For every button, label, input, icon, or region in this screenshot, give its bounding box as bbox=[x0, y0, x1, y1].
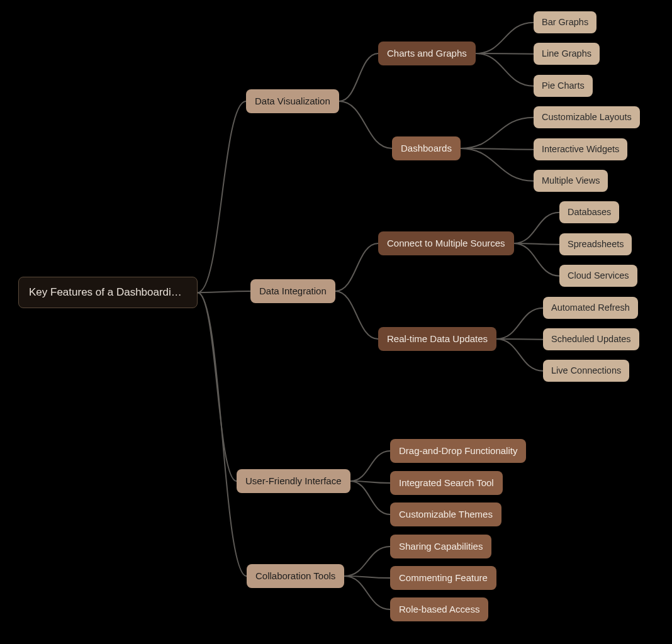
branch-data-integration[interactable]: Data Integration bbox=[250, 279, 335, 303]
leaf-integrated-search[interactable]: Integrated Search Tool bbox=[390, 471, 503, 495]
leaf-pie-charts[interactable]: Pie Charts bbox=[534, 75, 593, 97]
leaf-sharing-capabilities[interactable]: Sharing Capabilities bbox=[390, 535, 491, 558]
mindmap-canvas: Key Features of a Dashboardi… Data Visua… bbox=[0, 0, 672, 644]
branch-connect-sources[interactable]: Connect to Multiple Sources bbox=[378, 231, 514, 255]
node-label: Customizable Themes bbox=[399, 509, 493, 519]
branch-data-visualization[interactable]: Data Visualization bbox=[246, 89, 339, 113]
node-label: User-Friendly Interface bbox=[245, 475, 342, 486]
node-label: Role-based Access bbox=[399, 604, 479, 614]
branch-user-friendly-interface[interactable]: User-Friendly Interface bbox=[237, 469, 350, 493]
node-label: Real-time Data Updates bbox=[387, 333, 488, 344]
node-label: Data Integration bbox=[259, 286, 327, 296]
node-label: Charts and Graphs bbox=[387, 48, 467, 58]
node-label: Interactive Widgets bbox=[542, 144, 619, 154]
node-label: Commenting Feature bbox=[399, 572, 488, 583]
leaf-databases[interactable]: Databases bbox=[559, 201, 619, 223]
leaf-multiple-views[interactable]: Multiple Views bbox=[534, 170, 608, 192]
node-label: Spreadsheets bbox=[568, 239, 624, 249]
leaf-live-connections[interactable]: Live Connections bbox=[543, 360, 629, 382]
leaf-scheduled-updates[interactable]: Scheduled Updates bbox=[543, 328, 639, 350]
branch-dashboards[interactable]: Dashboards bbox=[392, 136, 461, 160]
leaf-role-based-access[interactable]: Role-based Access bbox=[390, 597, 488, 621]
root-label: Key Features of a Dashboardi… bbox=[29, 286, 182, 298]
node-label: Drag-and-Drop Functionality bbox=[399, 445, 517, 456]
leaf-interactive-widgets[interactable]: Interactive Widgets bbox=[534, 138, 627, 160]
leaf-bar-graphs[interactable]: Bar Graphs bbox=[534, 11, 596, 33]
leaf-customizable-layouts[interactable]: Customizable Layouts bbox=[534, 106, 640, 128]
node-label: Dashboards bbox=[401, 143, 452, 153]
node-label: Line Graphs bbox=[542, 48, 591, 58]
node-label: Pie Charts bbox=[542, 80, 585, 91]
node-label: Live Connections bbox=[551, 365, 621, 375]
node-label: Multiple Views bbox=[542, 175, 600, 186]
leaf-automated-refresh[interactable]: Automated Refresh bbox=[543, 297, 638, 319]
node-label: Data Visualization bbox=[255, 96, 330, 106]
branch-charts-and-graphs[interactable]: Charts and Graphs bbox=[378, 42, 476, 65]
node-label: Scheduled Updates bbox=[551, 334, 631, 344]
branch-collaboration-tools[interactable]: Collaboration Tools bbox=[247, 564, 344, 588]
leaf-drag-and-drop[interactable]: Drag-and-Drop Functionality bbox=[390, 439, 526, 463]
leaf-customizable-themes[interactable]: Customizable Themes bbox=[390, 502, 501, 526]
root-node[interactable]: Key Features of a Dashboardi… bbox=[18, 277, 198, 308]
node-label: Databases bbox=[568, 207, 611, 217]
node-label: Bar Graphs bbox=[542, 17, 588, 27]
node-label: Connect to Multiple Sources bbox=[387, 238, 505, 248]
node-label: Collaboration Tools bbox=[255, 570, 335, 581]
leaf-line-graphs[interactable]: Line Graphs bbox=[534, 43, 600, 65]
node-label: Integrated Search Tool bbox=[399, 477, 494, 488]
leaf-cloud-services[interactable]: Cloud Services bbox=[559, 265, 637, 287]
branch-realtime-updates[interactable]: Real-time Data Updates bbox=[378, 327, 496, 351]
node-label: Automated Refresh bbox=[551, 303, 630, 313]
node-label: Sharing Capabilities bbox=[399, 541, 483, 552]
node-label: Customizable Layouts bbox=[542, 112, 632, 122]
node-label: Cloud Services bbox=[568, 270, 629, 280]
leaf-spreadsheets[interactable]: Spreadsheets bbox=[559, 233, 632, 255]
leaf-commenting-feature[interactable]: Commenting Feature bbox=[390, 566, 496, 590]
